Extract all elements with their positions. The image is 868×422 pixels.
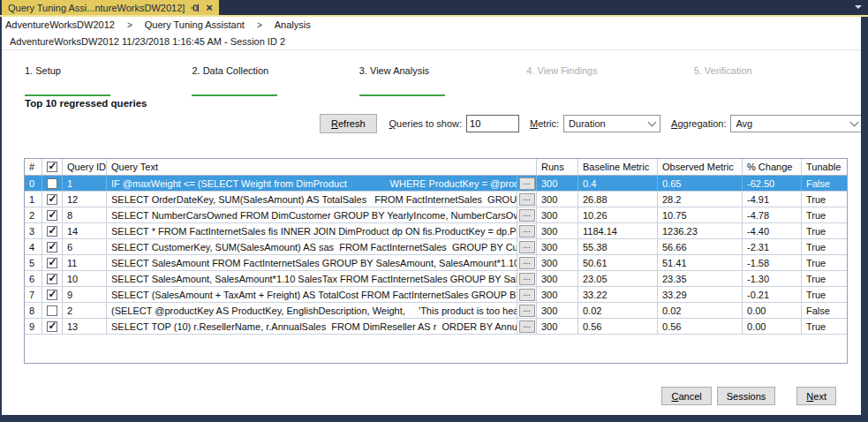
query-details-button[interactable]: ... xyxy=(519,209,535,222)
row-checkbox[interactable] xyxy=(47,242,57,252)
percent-change-cell[interactable]: -2.31 xyxy=(743,239,802,254)
tunable-cell[interactable]: True xyxy=(802,255,847,270)
row-index-cell[interactable]: 7 xyxy=(25,287,42,302)
query-text-cell[interactable]: (SELECT @productKey AS ProductKey, Engli… xyxy=(107,303,517,318)
query-details-button[interactable]: ... xyxy=(519,257,535,269)
query-details-button[interactable]: ... xyxy=(519,225,535,237)
row-checkbox[interactable] xyxy=(47,194,57,205)
query-text-cell[interactable]: SELECT * FROM FactInternetSales fis INNE… xyxy=(107,223,517,238)
runs-cell[interactable]: 300 xyxy=(537,176,578,191)
observed-metric-cell[interactable]: 0.65 xyxy=(658,176,743,191)
table-row[interactable]: 6 10 SELECT SalesAmount, SalesAmount*1.1… xyxy=(25,271,847,287)
document-tab[interactable]: Query Tuning Assi...ntureWorksDW2012] × xyxy=(2,0,219,15)
table-row[interactable]: 7 9 SELECT (SalesAmount + TaxAmt + Freig… xyxy=(25,287,847,303)
runs-cell[interactable]: 300 xyxy=(537,223,578,238)
percent-change-cell[interactable]: -1.58 xyxy=(743,255,802,270)
row-index-cell[interactable]: 3 xyxy=(25,223,42,238)
header-query-id[interactable]: Query ID xyxy=(63,159,107,175)
query-details-button[interactable]: ... xyxy=(519,241,535,253)
tunable-cell[interactable]: True xyxy=(802,287,847,302)
query-text-cell[interactable]: SELECT (SalesAmount + TaxAmt + Freight) … xyxy=(107,287,517,302)
metric-dropdown[interactable]: Duration xyxy=(563,115,660,132)
tunable-cell[interactable]: False xyxy=(802,303,847,318)
row-checkbox-cell[interactable] xyxy=(42,176,63,191)
table-row[interactable]: 5 11 SELECT SalesAmount FROM FactInterne… xyxy=(25,255,847,271)
header-checkbox-cell[interactable] xyxy=(42,159,63,175)
baseline-metric-cell[interactable]: 0.56 xyxy=(578,319,658,334)
percent-change-cell[interactable]: 0.00 xyxy=(743,319,802,334)
row-index-cell[interactable]: 9 xyxy=(25,319,42,334)
query-id-cell[interactable]: 9 xyxy=(63,287,107,302)
row-checkbox[interactable] xyxy=(47,274,57,284)
observed-metric-cell[interactable]: 0.02 xyxy=(658,303,743,318)
query-id-cell[interactable]: 10 xyxy=(63,271,107,286)
observed-metric-cell[interactable]: 51.41 xyxy=(658,255,743,270)
baseline-metric-cell[interactable]: 26.88 xyxy=(578,192,658,207)
next-button[interactable]: Next xyxy=(796,387,836,405)
observed-metric-cell[interactable]: 10.75 xyxy=(658,207,743,222)
query-details-button[interactable]: ... xyxy=(519,177,535,190)
query-text-cell[interactable]: SELECT OrderDateKey, SUM(SalesAmount) AS… xyxy=(107,192,517,207)
query-details-button[interactable]: ... xyxy=(519,289,535,301)
tunable-cell[interactable]: True xyxy=(802,319,847,334)
header-tunable[interactable]: Tunable xyxy=(802,159,847,175)
runs-cell[interactable]: 300 xyxy=(537,207,578,222)
table-row[interactable]: 9 13 SELECT TOP (10) r.ResellerName, r.A… xyxy=(25,319,847,335)
table-row[interactable]: 3 14 SELECT * FROM FactInternetSales fis… xyxy=(25,223,847,239)
query-text-cell[interactable]: SELECT TOP (10) r.ResellerName, r.Annual… xyxy=(107,319,517,334)
observed-metric-cell[interactable]: 28.2 xyxy=(658,192,743,207)
row-checkbox-cell[interactable] xyxy=(42,319,63,334)
row-checkbox-cell[interactable] xyxy=(42,207,63,222)
baseline-metric-cell[interactable]: 33.22 xyxy=(578,287,658,302)
runs-cell[interactable]: 300 xyxy=(537,271,578,286)
query-text-cell[interactable]: SELECT CustomerKey, SUM(SalesAmount) AS … xyxy=(107,239,517,254)
row-index-cell[interactable]: 2 xyxy=(25,207,42,222)
baseline-metric-cell[interactable]: 10.26 xyxy=(578,207,658,222)
observed-metric-cell[interactable]: 23.35 xyxy=(658,271,743,286)
breadcrumb-item-database[interactable]: AdventureWorksDW2012 xyxy=(5,19,115,30)
table-row[interactable]: 4 6 SELECT CustomerKey, SUM(SalesAmount)… xyxy=(25,239,847,255)
runs-cell[interactable]: 300 xyxy=(537,255,578,270)
query-id-cell[interactable]: 8 xyxy=(63,207,107,222)
tunable-cell[interactable]: False xyxy=(802,176,847,191)
baseline-metric-cell[interactable]: 0.4 xyxy=(578,176,658,191)
runs-cell[interactable]: 300 xyxy=(537,239,578,254)
sessions-button[interactable]: Sessions xyxy=(717,387,776,405)
percent-change-cell[interactable]: 0.00 xyxy=(743,303,802,318)
runs-cell[interactable]: 300 xyxy=(537,192,578,207)
query-text-cell[interactable]: SELECT SalesAmount FROM FactInternetSale… xyxy=(107,255,517,270)
row-index-cell[interactable]: 5 xyxy=(25,255,42,270)
tunable-cell[interactable]: True xyxy=(802,192,847,207)
row-checkbox-cell[interactable] xyxy=(42,192,63,207)
observed-metric-cell[interactable]: 1236.23 xyxy=(658,223,743,238)
row-checkbox[interactable] xyxy=(47,178,57,189)
row-checkbox-cell[interactable] xyxy=(42,255,63,270)
tunable-cell[interactable]: True xyxy=(802,271,847,286)
breadcrumb-item-analysis[interactable]: Analysis xyxy=(275,19,311,30)
table-row[interactable]: 0 1 IF @maxWeight <= (SELECT Weight from… xyxy=(25,176,847,192)
percent-change-cell[interactable]: -4.91 xyxy=(743,192,802,207)
baseline-metric-cell[interactable]: 50.61 xyxy=(578,255,658,270)
query-id-cell[interactable]: 6 xyxy=(63,239,107,254)
table-row[interactable]: 8 2 (SELECT @productKey AS ProductKey, E… xyxy=(25,303,847,319)
row-checkbox-cell[interactable] xyxy=(42,271,63,286)
query-id-cell[interactable]: 2 xyxy=(63,303,107,318)
queries-to-show-input[interactable] xyxy=(466,115,519,132)
refresh-button[interactable]: Refresh xyxy=(320,114,377,133)
row-checkbox[interactable] xyxy=(47,321,57,332)
table-row[interactable]: 1 12 SELECT OrderDateKey, SUM(SalesAmoun… xyxy=(25,192,847,207)
percent-change-cell[interactable]: -0.21 xyxy=(743,287,802,302)
baseline-metric-cell[interactable]: 1184.14 xyxy=(578,223,658,238)
tunable-cell[interactable]: True xyxy=(802,239,847,254)
row-checkbox-cell[interactable] xyxy=(42,223,63,238)
header-baseline-metric[interactable]: Baseline Metric xyxy=(578,159,658,175)
runs-cell[interactable]: 300 xyxy=(537,287,578,302)
query-details-button[interactable]: ... xyxy=(519,320,535,333)
select-all-checkbox[interactable] xyxy=(47,162,57,172)
observed-metric-cell[interactable]: 0.56 xyxy=(658,319,743,334)
percent-change-cell[interactable]: -4.40 xyxy=(743,223,802,238)
row-index-cell[interactable]: 6 xyxy=(25,271,42,286)
query-id-cell[interactable]: 11 xyxy=(63,255,107,270)
header-query-text[interactable]: Query Text xyxy=(107,159,537,175)
header-percent-change[interactable]: % Change xyxy=(743,159,802,175)
